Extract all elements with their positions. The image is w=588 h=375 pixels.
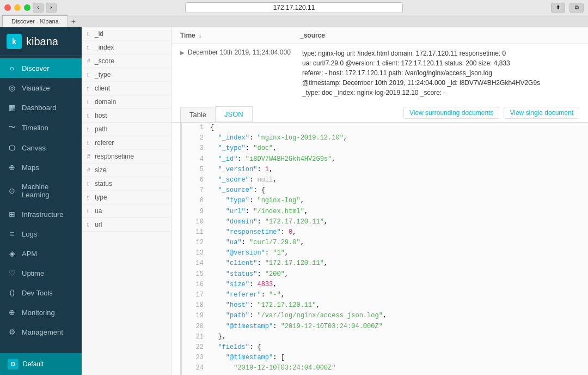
- field-name-label: ua: [95, 207, 166, 215]
- field-name-label: status: [95, 180, 166, 188]
- sidebar-item-dev-tools[interactable]: ⟨⟩ Dev Tools: [0, 283, 82, 303]
- line-number: 23: [186, 353, 204, 363]
- line-number: 17: [186, 290, 204, 300]
- line-number: 13: [186, 248, 204, 258]
- sidebar-item-logs[interactable]: ≡ Logs: [0, 224, 82, 244]
- col-time[interactable]: Time ↓: [180, 32, 300, 39]
- share-button[interactable]: ⬆: [551, 3, 565, 13]
- view-single-button[interactable]: View single document: [504, 107, 579, 119]
- field-type-indicator: t: [87, 126, 91, 132]
- sidebar-item-machine-learning[interactable]: ⊙ Machine Learning: [0, 177, 82, 204]
- field-name-label: _index: [95, 44, 166, 51]
- line-content: "@timestamp": "2019-12-10T03:24:04.000Z": [210, 322, 584, 332]
- field-type-indicator: t: [87, 113, 91, 119]
- line-number: 21: [186, 332, 204, 342]
- field-item-path[interactable]: tpath: [82, 123, 171, 136]
- sidebar-item-dashboard-label: Dashboard: [22, 104, 57, 112]
- field-name-label: size: [95, 166, 166, 174]
- line-content: "_id": "i8DV7W4BH2Gkh4HV2G9s",: [210, 154, 584, 165]
- sidebar-item-visualize[interactable]: ◎ Visualize: [0, 78, 82, 98]
- json-line: 11 "responsetime": 0,: [182, 227, 588, 238]
- field-type-indicator: #: [87, 154, 91, 160]
- field-type-indicator: t: [87, 208, 91, 214]
- tab-json[interactable]: JSON: [215, 106, 253, 122]
- forward-button[interactable]: ›: [46, 3, 57, 13]
- field-item-_type[interactable]: t_type: [82, 68, 171, 82]
- sidebar-item-maps-label: Maps: [22, 164, 39, 172]
- field-item-url[interactable]: turl: [82, 218, 171, 232]
- line-number: 11: [186, 227, 204, 238]
- window-controls: [4, 4, 30, 11]
- field-type-indicator: t: [87, 222, 91, 228]
- tab-table[interactable]: Table: [180, 107, 216, 122]
- json-line: 21 },: [182, 332, 588, 342]
- close-button[interactable]: [4, 4, 11, 11]
- browser-tab[interactable]: Discover - Kibana: [2, 15, 68, 27]
- json-line: 4 "_id": "i8DV7W4BH2Gkh4HV2G9s",: [182, 154, 588, 165]
- sidebar-item-canvas[interactable]: ⬡ Canvas: [0, 138, 82, 158]
- field-item-client[interactable]: tclient: [82, 82, 171, 95]
- minimize-button[interactable]: [14, 4, 21, 11]
- field-item-size[interactable]: #size: [82, 164, 171, 177]
- expand-icon[interactable]: ▶: [180, 50, 185, 56]
- address-bar[interactable]: 172.17.120.11: [185, 2, 403, 13]
- sidebar-item-timelion[interactable]: 〜 Timelion: [0, 117, 82, 138]
- field-type-indicator: t: [87, 140, 91, 146]
- json-line: 20 "@timestamp": "2019-12-10T03:24:04.00…: [182, 322, 588, 332]
- field-item-responsetime[interactable]: #responsetime: [82, 150, 171, 164]
- line-content: "@timestamp": [: [210, 353, 584, 363]
- field-type-indicator: t: [87, 72, 91, 78]
- field-item-host[interactable]: thost: [82, 109, 171, 123]
- sidebar-item-infrastructure[interactable]: ⊞ Infrastructure: [0, 204, 82, 224]
- json-line: 13 "@version": "1",: [182, 248, 588, 258]
- back-button[interactable]: ‹: [33, 3, 44, 13]
- sidebar-item-monitoring[interactable]: ⊕ Monitoring: [0, 303, 82, 322]
- visualize-icon: ◎: [8, 83, 16, 92]
- field-item-referer[interactable]: treferer: [82, 136, 171, 150]
- sidebar-item-management[interactable]: ⚙ Management: [0, 322, 82, 342]
- field-item-_index[interactable]: t_index: [82, 41, 171, 55]
- json-line: 14 "client": "172.17.120.11",: [182, 258, 588, 269]
- field-item-domain[interactable]: tdomain: [82, 95, 171, 109]
- line-number: 18: [186, 300, 204, 311]
- line-content: "_source": {: [210, 185, 584, 196]
- line-number: 16: [186, 280, 204, 290]
- line-content: "url": "/index.html",: [210, 207, 584, 217]
- sidebar-item-uptime[interactable]: ♡ Uptime: [0, 263, 82, 283]
- sidebar-item-uptime-label: Uptime: [22, 269, 44, 277]
- line-content: },: [210, 332, 584, 342]
- json-line: 23 "@timestamp": [: [182, 353, 588, 363]
- window-button[interactable]: ⧉: [569, 3, 584, 13]
- table-header: Time ↓ _source: [171, 27, 588, 44]
- sidebar: k kibana ○ Discover ◎ Visualize ▦ Dashbo…: [0, 27, 82, 375]
- field-item-type[interactable]: ttype: [82, 191, 171, 204]
- line-content: "type": "nginx-log",: [210, 196, 584, 206]
- monitoring-icon: ⊕: [8, 308, 16, 317]
- sidebar-item-apm[interactable]: ◈ APM: [0, 244, 82, 263]
- line-number: 19: [186, 311, 204, 321]
- line-content: "@version": "1",: [210, 248, 584, 258]
- uptime-icon: ♡: [8, 269, 16, 277]
- new-tab-button[interactable]: +: [71, 17, 76, 26]
- sidebar-item-discover[interactable]: ○ Discover: [0, 58, 82, 78]
- field-type-indicator: t: [87, 99, 91, 105]
- field-item-_score[interactable]: #_score: [82, 55, 171, 68]
- sidebar-item-discover-label: Discover: [22, 64, 50, 72]
- field-name-label: path: [95, 125, 166, 133]
- line-number: 20: [186, 322, 204, 332]
- sidebar-footer[interactable]: D Default: [0, 353, 82, 375]
- field-item-_id[interactable]: t_id: [82, 27, 171, 41]
- field-type-indicator: t: [87, 86, 91, 92]
- json-line: 17 "referer": "-",: [182, 290, 588, 300]
- sidebar-item-dashboard[interactable]: ▦ Dashboard: [0, 98, 82, 117]
- field-item-ua[interactable]: tua: [82, 204, 171, 218]
- field-name-label: _type: [95, 71, 166, 78]
- field-item-status[interactable]: tstatus: [82, 177, 171, 191]
- view-surrounding-button[interactable]: View surrounding documents: [403, 107, 500, 119]
- json-line: 5 "_version": 1,: [182, 165, 588, 175]
- sidebar-item-maps[interactable]: ⊕ Maps: [0, 158, 82, 177]
- maximize-button[interactable]: [24, 4, 30, 11]
- field-name-label: _score: [95, 57, 166, 65]
- line-number: 2: [186, 133, 204, 143]
- line-content: "_type": "doc",: [210, 143, 584, 154]
